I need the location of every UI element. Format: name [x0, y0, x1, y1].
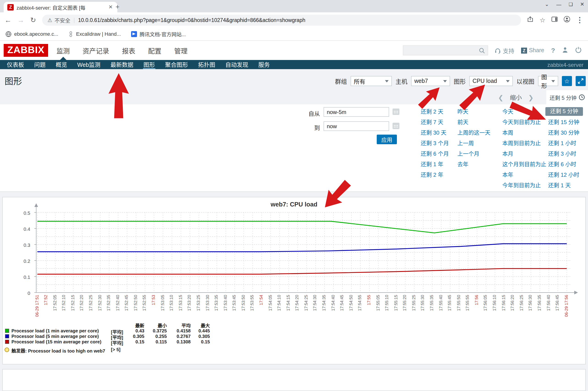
share-icon[interactable] [527, 16, 534, 24]
sub-nav-item-5[interactable]: 图形 [139, 60, 160, 70]
time-preset-link[interactable]: 还剩 3 小时 [548, 149, 583, 160]
time-preset-link[interactable]: 还剩 3 个月 [421, 139, 449, 149]
time-preset-link[interactable]: 还剩 1 天 [548, 181, 583, 191]
time-preset-link[interactable]: 这个月到目前为止 [502, 160, 546, 170]
fullscreen-button[interactable] [576, 76, 586, 86]
window-maximize-icon[interactable]: ❑ [569, 2, 573, 7]
time-preset-link[interactable]: 还剩 30 天 [421, 128, 449, 139]
share-link[interactable]: Z Share [521, 47, 544, 54]
time-preset-link[interactable]: 还剩 2 年 [421, 170, 449, 181]
sub-nav-item-0[interactable]: 仪表板 [2, 60, 29, 70]
favourite-button[interactable]: ☆ [562, 76, 572, 86]
y-tick-label: 0.3 [20, 242, 30, 248]
tab-close-icon[interactable]: ✕ [108, 4, 114, 10]
url-field[interactable]: ⚠ 不安全 | 10.0.0.61/zabbix/charts.php?page… [42, 14, 521, 25]
logout-icon[interactable] [575, 46, 582, 54]
to-calendar-icon[interactable] [392, 122, 400, 130]
bookmark-tencent-docs[interactable]: 腾讯文档-官方网站... [131, 30, 186, 38]
main-nav-item-3[interactable]: 配置 [148, 40, 161, 60]
time-preset-link[interactable]: 还剩 1 小时 [548, 139, 583, 149]
time-preset-link[interactable]: 还剩 15 分钟 [548, 118, 583, 128]
next-chart-placeholder [2, 369, 586, 391]
sub-nav: 仪表板问题概览Web监测最新数据图形聚合图形拓扑图自动发现服务zabbix4-s… [0, 60, 588, 70]
time-preset-link[interactable]: 上周的这一天 [457, 128, 490, 139]
user-profile-icon[interactable] [562, 46, 568, 54]
time-range-tab[interactable]: 还剩 5 分钟 [546, 90, 588, 104]
group-select[interactable]: 所有 [351, 76, 392, 86]
host-filter-label: 主机 [396, 77, 407, 85]
time-nav-row: ❮ 缩小 ❯ 还剩 5 分钟 [491, 90, 588, 104]
kebab-menu-icon[interactable]: ⋮ [576, 15, 584, 24]
bookmark-ebook[interactable]: ebook.apecome.c... [5, 31, 58, 37]
time-preset-link[interactable]: 前天 [457, 118, 490, 128]
legend-header: 最大 [187, 322, 210, 329]
time-preset-link[interactable]: 还剩 12 小时 [548, 170, 583, 181]
main-nav-item-4[interactable]: 管理 [174, 40, 187, 60]
support-link[interactable]: 支持 [494, 46, 514, 55]
sub-nav-item-1[interactable]: 问题 [29, 60, 51, 70]
time-preset-link[interactable]: 本周 [502, 128, 546, 139]
legend-series-value: 0.15 [187, 339, 210, 344]
x-tick-label: 17:55:55 [465, 295, 470, 311]
time-preset-link[interactable]: 还剩 5 分钟 [545, 107, 583, 116]
sub-nav-item-6[interactable]: 聚合图形 [160, 60, 193, 70]
from-calendar-icon[interactable] [392, 108, 400, 115]
page-title: 图形 [4, 74, 22, 87]
x-tick-label: 17:52:25 [88, 295, 93, 311]
time-preset-link[interactable]: 还剩 6 小时 [548, 160, 583, 170]
time-preset-link[interactable]: 上一个月 [457, 149, 490, 160]
y-tick-label: 0.2 [20, 258, 30, 264]
from-input[interactable] [323, 107, 389, 117]
forward-icon[interactable]: → [17, 16, 24, 24]
sub-nav-item-4[interactable]: 最新数据 [105, 60, 139, 70]
sub-nav-item-2[interactable]: 概览 [51, 60, 72, 70]
x-tick-label: 17:55:40 [438, 295, 443, 311]
apply-button[interactable]: 应用 [377, 135, 397, 144]
time-preset-link[interactable]: 本年 [502, 170, 546, 181]
screen: Z zabbix4-server: 自定义图表 [每 ✕ + ⌄ — ❑ ✕ ←… [0, 0, 588, 391]
time-preset-link[interactable]: 本月 [502, 149, 546, 160]
time-preset-link[interactable]: 还剩 7 天 [421, 118, 449, 128]
legend-header: 最新 [122, 322, 144, 329]
bookmark-star-icon[interactable]: ☆ [540, 16, 545, 24]
refresh-icon[interactable]: ↻ [30, 16, 36, 24]
x-tick-label: 06-29 17:56 [564, 295, 569, 317]
sub-nav-item-3[interactable]: Web监测 [72, 60, 105, 70]
time-preset-link[interactable]: 去年 [457, 160, 490, 170]
sub-nav-item-8[interactable]: 自动发现 [220, 60, 253, 70]
side-panel-icon[interactable] [551, 16, 558, 24]
time-preset-link[interactable]: 还剩 1 年 [421, 160, 449, 170]
chart-container[interactable]: web7: CPU load 00.10.20.30.40.5 06-29 17… [2, 197, 586, 365]
bookmark-excalidraw[interactable]: Excalidraw | Hand... [68, 31, 121, 37]
time-forward-icon[interactable]: ❯ [522, 94, 540, 101]
main-nav-item-2[interactable]: 报表 [122, 40, 135, 60]
view-as-select[interactable]: 图形 [538, 76, 558, 86]
new-tab-button[interactable]: + [116, 3, 120, 10]
back-icon[interactable]: ← [4, 16, 11, 24]
zabbix-logo[interactable]: ZABBIX [4, 44, 48, 57]
main-nav-item-0[interactable]: 监测 [56, 40, 70, 60]
window-minimize-icon[interactable]: — [556, 1, 561, 7]
time-preset-link[interactable]: 还剩 30 分钟 [548, 128, 583, 139]
global-search-input[interactable] [403, 45, 488, 55]
time-preset-link[interactable]: 今年到目前为止 [502, 181, 546, 191]
time-back-icon[interactable]: ❮ [491, 94, 510, 101]
zabbix-share-icon: Z [521, 47, 527, 53]
sub-nav-item-7[interactable]: 拓扑图 [193, 60, 220, 70]
help-icon[interactable]: ? [551, 47, 555, 54]
x-tick-label: 17:53:55 [250, 295, 255, 311]
x-tick-label: 17:54:40 [331, 295, 335, 311]
profile-avatar-icon[interactable] [564, 16, 570, 24]
preset-col-1: 还剩 2 天还剩 7 天还剩 30 天还剩 3 个月还剩 6 个月还剩 1 年还… [421, 107, 449, 181]
window-menu-icon[interactable]: ⌄ [545, 1, 549, 7]
to-input[interactable] [323, 121, 389, 131]
time-preset-link[interactable]: 本周到目前为止 [502, 139, 546, 149]
host-select[interactable]: web7 [411, 76, 450, 86]
window-close-icon[interactable]: ✕ [580, 1, 584, 7]
sub-nav-item-9[interactable]: 服务 [253, 60, 275, 70]
main-nav-item-1[interactable]: 资产记录 [83, 40, 109, 60]
browser-tab[interactable]: Z zabbix4-server: 自定义图表 [每 ✕ [4, 2, 117, 12]
security-warning[interactable]: ⚠ 不安全 [47, 16, 70, 24]
time-preset-link[interactable]: 上一周 [457, 139, 490, 149]
time-preset-link[interactable]: 还剩 6 个月 [421, 149, 449, 160]
